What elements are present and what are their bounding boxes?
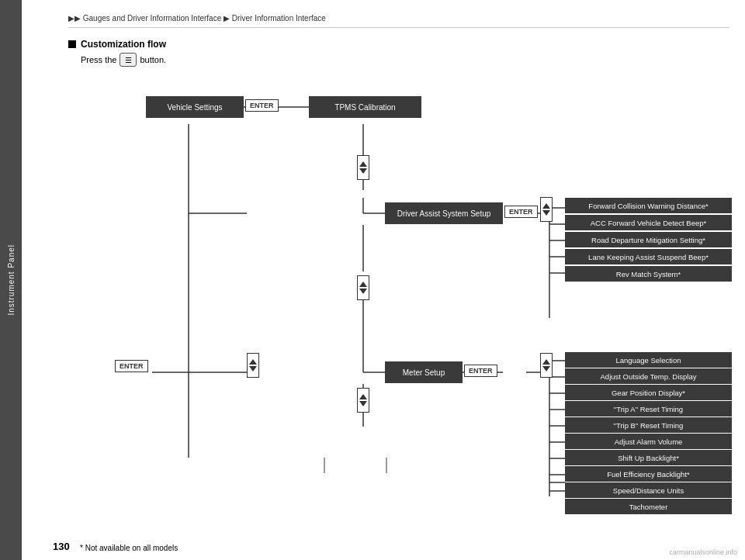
vehicle-settings-box: Vehicle Settings	[146, 96, 244, 118]
up-arrow-icon-5	[542, 359, 550, 365]
flow-diagram: Vehicle Settings ENTER TPMS Calibration …	[68, 78, 743, 496]
enter-box-left: ENTER	[115, 360, 148, 372]
tpms-calibration-box: TPMS Calibration	[309, 96, 421, 118]
arrow-box-2	[540, 197, 553, 222]
enter-box-1: ENTER	[245, 99, 279, 112]
up-arrow-icon-2	[542, 203, 550, 209]
down-arrow-icon-5	[542, 366, 550, 372]
menu-button-icon: ☰	[120, 53, 137, 67]
driver-submenu-3: Road Departure Mitigation Setting*	[565, 232, 732, 247]
driver-submenu-2: ACC Forward Vehicle Detect Beep*	[565, 215, 732, 230]
down-arrow-icon-3	[359, 289, 367, 294]
enter-box-3: ENTER	[464, 365, 497, 377]
up-arrow-icon-6	[359, 394, 367, 399]
meter-submenu-8: Fuel Efficiency Backlight*	[565, 466, 732, 482]
down-arrow-icon-1	[359, 168, 367, 174]
meter-submenu-10: Tachometer	[565, 499, 732, 514]
watermark: carmanualsonline.info	[669, 548, 737, 556]
arrow-box-6	[357, 388, 369, 413]
footnote: * Not available on all models	[80, 544, 178, 552]
page-body: Customization flow Press the ☰ button.	[68, 39, 729, 529]
section-title: Customization flow	[68, 39, 729, 50]
subtitle-prefix: Press the	[81, 55, 116, 64]
bullet-icon	[68, 40, 76, 48]
arrow-box-1	[357, 155, 369, 180]
driver-submenu-1: Forward Collision Warning Distance*	[565, 198, 732, 213]
up-arrow-icon-1	[359, 161, 367, 167]
driver-submenu-5: Rev Match System*	[565, 266, 732, 282]
meter-submenu-1: Language Selection	[565, 352, 732, 368]
enter-box-2: ENTER	[504, 206, 538, 218]
subtitle: Press the ☰ button.	[81, 53, 729, 67]
page-number: 130	[53, 541, 70, 552]
meter-submenu-7: Shift Up Backlight*	[565, 450, 732, 465]
breadcrumb: ▶▶ Gauges and Driver Information Interfa…	[68, 14, 729, 28]
meter-submenu-5: "Trip B" Reset Timing	[565, 417, 732, 433]
meter-submenu-4: "Trip A" Reset Timing	[565, 401, 732, 417]
down-arrow-icon-4	[249, 366, 257, 372]
subtitle-suffix: button.	[140, 55, 166, 64]
section-title-text: Customization flow	[81, 39, 166, 50]
up-arrow-icon-4	[249, 359, 257, 365]
sidebar-label: Instrument Panel	[7, 244, 16, 316]
meter-submenu-2: Adjust Outside Temp. Display	[565, 368, 732, 384]
driver-assist-box: Driver Assist System Setup	[385, 202, 503, 224]
main-content: ▶▶ Gauges and Driver Information Interfa…	[22, 0, 745, 560]
meter-submenu-6: Adjust Alarm Volume	[565, 434, 732, 449]
arrow-box-3	[357, 275, 369, 300]
up-arrow-icon-3	[359, 282, 367, 287]
meter-setup-box: Meter Setup	[385, 361, 463, 383]
meter-submenu-3: Gear Position Display*	[565, 385, 732, 400]
down-arrow-icon-6	[359, 401, 367, 406]
sidebar: Instrument Panel	[0, 0, 22, 560]
arrow-box-4	[247, 353, 259, 378]
breadcrumb-text: ▶▶ Gauges and Driver Information Interfa…	[68, 14, 326, 22]
arrow-box-5	[540, 353, 553, 378]
down-arrow-icon-2	[542, 210, 550, 216]
driver-submenu-4: Lane Keeping Assist Suspend Beep*	[565, 249, 732, 264]
meter-submenu-9: Speed/Distance Units	[565, 482, 732, 498]
